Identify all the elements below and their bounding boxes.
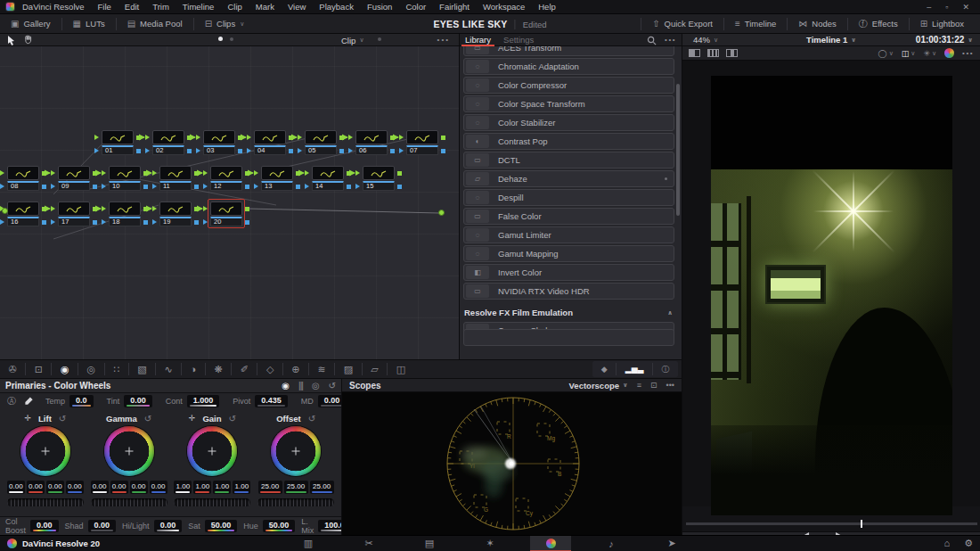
node-key-input[interactable] xyxy=(0,219,4,225)
wheel-value[interactable]: 1.00 xyxy=(233,481,250,494)
node-key-input[interactable] xyxy=(203,184,208,189)
menu-item[interactable]: Workspace xyxy=(483,2,525,12)
effect-list-item[interactable]: ◌ Color Space Transform xyxy=(463,95,674,112)
wheel-reset-icon[interactable]: ↺ xyxy=(59,414,66,424)
node-09[interactable]: 09 xyxy=(58,166,90,191)
node-rgb-input[interactable] xyxy=(305,170,309,176)
node-rgb-output[interactable] xyxy=(187,136,192,140)
viewer-zoom-dropdown[interactable]: 44% ∨ xyxy=(693,35,718,45)
menu-item[interactable]: Trim xyxy=(152,2,169,12)
effect-list-item[interactable]: ◌ Color Compressor xyxy=(463,77,674,94)
node-tree-output-dot[interactable] xyxy=(438,210,445,216)
node-16[interactable]: 16 xyxy=(7,201,39,226)
menu-item[interactable]: Fairlight xyxy=(439,2,470,12)
node-key-input[interactable] xyxy=(203,219,208,225)
media-page-icon[interactable]: ▥ xyxy=(288,536,329,551)
menu-item[interactable]: Timeline xyxy=(183,2,215,12)
color-wheel[interactable] xyxy=(20,426,70,476)
wheel-value[interactable]: 25.00 xyxy=(310,481,334,494)
menu-item[interactable]: Fusion xyxy=(367,2,393,12)
key-icon[interactable]: ▨ xyxy=(334,363,361,375)
node-key-input[interactable] xyxy=(0,184,4,189)
node-rgb-output[interactable] xyxy=(136,136,141,140)
pointer-tool-icon[interactable] xyxy=(7,35,15,47)
stereo-3d-icon[interactable]: ◫ xyxy=(387,363,413,375)
grade-field-value[interactable]: 0.00 xyxy=(88,520,117,532)
menu-item[interactable]: Clip xyxy=(227,2,241,12)
node-05[interactable]: 05 xyxy=(305,130,337,155)
node-key-input[interactable] xyxy=(355,184,360,189)
menu-item[interactable]: Playback xyxy=(319,2,354,12)
wheel-reset-icon[interactable]: ↺ xyxy=(229,414,236,424)
node-rgb-input[interactable] xyxy=(102,206,106,211)
node-key-output[interactable] xyxy=(441,149,445,153)
wheel-value[interactable]: 25.00 xyxy=(284,481,308,494)
node-02[interactable]: 02 xyxy=(152,130,184,155)
sizing-icon[interactable]: ▱ xyxy=(362,363,387,375)
node-10[interactable]: 10 xyxy=(109,166,141,191)
grade-field-value[interactable]: 50.00 xyxy=(263,520,296,532)
effect-list-item[interactable]: ◌ Gamut Mapping xyxy=(463,245,674,262)
node-key-output[interactable] xyxy=(296,185,300,189)
node-rgb-output[interactable] xyxy=(93,207,97,211)
clip-dropdown[interactable]: Clip ∨ xyxy=(341,34,364,46)
node-key-output[interactable] xyxy=(238,149,242,153)
master-wheel-slider[interactable] xyxy=(7,498,84,506)
scope-mode-dropdown[interactable]: Vectorscope ∨ xyxy=(569,381,628,391)
node-19[interactable]: 19 xyxy=(159,201,192,226)
node-key-input[interactable] xyxy=(247,148,251,153)
wheel-picker-icon[interactable]: ✛ xyxy=(189,414,196,423)
node-17[interactable]: 17 xyxy=(58,201,90,226)
split-screen-icon[interactable] xyxy=(726,49,738,57)
power-window-shape-dropdown[interactable]: ◯∨ xyxy=(878,49,894,58)
bars-mode-icon[interactable]: ||| xyxy=(298,381,303,391)
library-section-header[interactable]: Resolve FX Film Emulation ∧ xyxy=(464,308,673,317)
node-key-input[interactable] xyxy=(399,148,404,153)
node-key-output[interactable] xyxy=(390,149,395,153)
home-icon[interactable]: ⌂ xyxy=(943,538,950,549)
tracker-icon[interactable]: ⊕ xyxy=(282,363,308,375)
effect-list-item[interactable]: ◐ Contrast Pop xyxy=(463,133,674,150)
clips-button[interactable]: ⊟ Clips ∨ xyxy=(193,18,256,30)
wheel-value[interactable]: 0.00 xyxy=(150,481,167,494)
node-key-output[interactable] xyxy=(93,185,97,189)
menu-item[interactable]: Mark xyxy=(256,2,274,12)
effect-list-item[interactable]: ▭ DCTL xyxy=(463,152,674,169)
video-canvas[interactable]: ∨ ◍ ↻ 01:00:31:18 xyxy=(682,61,980,506)
node-key-input[interactable] xyxy=(102,184,106,189)
master-wheel-slider[interactable] xyxy=(174,498,250,506)
effect-list-item[interactable]: ◌ Color Stabilizer xyxy=(463,114,674,131)
auto-balance-icon[interactable]: Ⓐ xyxy=(7,395,16,407)
color-wheels-icon[interactable]: ◉ xyxy=(51,363,78,375)
effect-list-item-clipped[interactable] xyxy=(463,329,674,346)
keyframes-icon[interactable]: ◆ xyxy=(592,363,616,375)
node-rgb-output[interactable] xyxy=(194,171,199,176)
node-rgb-input[interactable] xyxy=(254,170,258,176)
fusion-page-icon[interactable]: ✶ xyxy=(470,536,510,551)
node-rgb-input[interactable] xyxy=(348,135,353,140)
menu-item[interactable]: View xyxy=(288,2,306,12)
grade-field-value[interactable]: 50.00 xyxy=(205,520,238,532)
cut-page-icon[interactable]: ✂ xyxy=(348,536,389,551)
hand-tool-icon[interactable] xyxy=(23,35,33,46)
node-key-input[interactable] xyxy=(305,184,309,189)
node-key-input[interactable] xyxy=(348,148,353,153)
node-rgb-output[interactable] xyxy=(296,171,300,176)
node-key-output[interactable] xyxy=(42,185,46,189)
info-icon[interactable]: ⓘ xyxy=(652,363,678,375)
effect-list-item[interactable]: ▭ False Color xyxy=(463,208,674,225)
lightbox-button[interactable]: ⊞ Lightbox xyxy=(909,18,975,30)
quick-export-button[interactable]: ⇧ Quick Export xyxy=(641,18,723,30)
more-options-icon[interactable]: ••• xyxy=(437,34,450,45)
grade-field-value[interactable]: 1.000 xyxy=(187,395,220,407)
effect-list-item[interactable]: ◌ Chromatic Adaptation xyxy=(463,58,674,75)
timeline-dropdown[interactable]: Timeline 1 ∨ xyxy=(806,35,856,45)
color-match-icon[interactable]: ⊡ xyxy=(25,363,51,375)
node-15[interactable]: 15 xyxy=(363,166,395,191)
node-rgb-input[interactable] xyxy=(145,135,150,140)
node-key-input[interactable] xyxy=(145,148,150,153)
grade-field-value[interactable]: 0.00 xyxy=(30,520,59,532)
wheel-picker-icon[interactable]: ✛ xyxy=(25,414,32,423)
rgb-mixer-icon[interactable]: ∷ xyxy=(104,363,128,375)
node-rgb-output[interactable] xyxy=(245,207,249,211)
